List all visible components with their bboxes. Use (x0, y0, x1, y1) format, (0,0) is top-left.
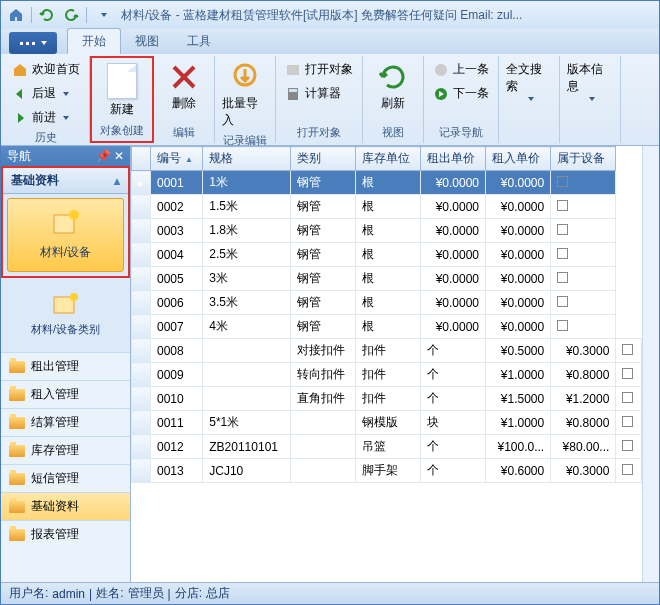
open-object-button: 打开对象 (280, 58, 358, 81)
svg-point-4 (435, 64, 447, 76)
search-button[interactable]: 全文搜索 (503, 58, 555, 104)
titlebar: 材料/设备 - 蓝格建材租赁管理软件[试用版本] 免费解答任何疑问 Email:… (1, 1, 659, 29)
home-button[interactable]: 欢迎首页 (7, 58, 85, 81)
table-row[interactable]: 0013JCJ10脚手架个¥0.6000¥0.3000 (132, 459, 642, 483)
nav-item-3[interactable]: 库存管理 (1, 436, 130, 464)
checkbox[interactable] (557, 296, 568, 307)
checkbox[interactable] (622, 392, 633, 403)
folder-icon (9, 445, 25, 457)
svg-point-9 (70, 293, 78, 301)
nav-section-basic[interactable]: 基础资料▴ (3, 168, 128, 194)
nav-card-material[interactable]: 材料/设备 (7, 198, 124, 272)
checkbox[interactable] (622, 344, 633, 355)
home-icon[interactable] (5, 5, 27, 25)
tab-view[interactable]: 视图 (121, 29, 173, 54)
checkbox[interactable] (557, 176, 568, 187)
calculator-button[interactable]: 计算器 (280, 82, 358, 105)
svg-rect-1 (287, 65, 299, 75)
nav-card-category[interactable]: 材料/设备类别 (5, 282, 126, 348)
table-row[interactable]: 0009转向扣件扣件个¥1.0000¥0.8000 (132, 363, 642, 387)
create-group-highlight: 新建 对象创建 (90, 56, 154, 143)
table-row[interactable]: ▸00011米钢管根¥0.0000¥0.0000 (132, 171, 642, 195)
checkbox[interactable] (557, 272, 568, 283)
pin-icon[interactable]: 📌 ✕ (96, 149, 124, 163)
table-row[interactable]: 00021.5米钢管根¥0.0000¥0.0000 (132, 195, 642, 219)
folder-icon (9, 417, 25, 429)
version-button[interactable]: 版本信息 (564, 58, 616, 104)
statusbar: 用户名:admin | 姓名:管理员 | 分店:总店 (1, 582, 659, 604)
table-row[interactable]: 00053米钢管根¥0.0000¥0.0000 (132, 267, 642, 291)
folder-icon (9, 473, 25, 485)
next-record-button[interactable]: 下一条 (428, 82, 494, 105)
svg-point-7 (69, 210, 79, 220)
col-header[interactable]: 租入单价 (486, 147, 551, 171)
col-header[interactable]: 类别 (290, 147, 355, 171)
vertical-scrollbar[interactable] (642, 146, 659, 582)
app-menu-button[interactable] (9, 32, 57, 54)
col-header[interactable]: 编号 (151, 147, 203, 171)
folder-icon (9, 361, 25, 373)
import-icon (229, 61, 261, 93)
folder-icon (9, 529, 25, 541)
refresh2-icon[interactable] (60, 5, 82, 25)
table-row[interactable]: 0008对接扣件扣件个¥0.5000¥0.3000 (132, 339, 642, 363)
checkbox[interactable] (557, 224, 568, 235)
col-header[interactable]: 租出单价 (420, 147, 485, 171)
nav-item-1[interactable]: 租入管理 (1, 380, 130, 408)
new-icon (107, 63, 137, 99)
checkbox[interactable] (557, 248, 568, 259)
table-row[interactable]: 00115*1米钢模版块¥1.0000¥0.8000 (132, 411, 642, 435)
nav-item-0[interactable]: 租出管理 (1, 352, 130, 380)
checkbox[interactable] (622, 368, 633, 379)
checkbox[interactable] (622, 440, 633, 451)
new-button[interactable]: 新建 (96, 60, 148, 121)
col-header[interactable]: 库存单位 (355, 147, 420, 171)
col-header[interactable]: 属于设备 (551, 147, 616, 171)
dropdown-icon[interactable] (91, 5, 113, 25)
refresh-icon (377, 61, 409, 93)
batch-import-button[interactable]: 批量导入 (219, 58, 271, 132)
ribbon: 欢迎首页 后退 前进 历史 新建 对象创建 删除 编辑 批量导入 记录编辑 打开… (1, 54, 659, 146)
nav-item-4[interactable]: 短信管理 (1, 464, 130, 492)
delete-button[interactable]: 删除 (158, 58, 210, 115)
nav-item-5[interactable]: 基础资料 (1, 492, 130, 520)
col-header[interactable]: 规格 (203, 147, 290, 171)
folder-icon (9, 389, 25, 401)
table-row[interactable]: 00031.8米钢管根¥0.0000¥0.0000 (132, 219, 642, 243)
refresh-button[interactable]: 刷新 (367, 58, 419, 115)
data-grid[interactable]: 编号规格类别库存单位租出单价租入单价属于设备 ▸00011米钢管根¥0.0000… (131, 146, 642, 582)
material-icon (50, 209, 82, 237)
table-row[interactable]: 0012ZB20110101吊篮个¥100.0...¥80.00... (132, 435, 642, 459)
checkbox[interactable] (557, 320, 568, 331)
back-button[interactable]: 后退 (7, 82, 85, 105)
table-row[interactable]: 00074米钢管根¥0.0000¥0.0000 (132, 315, 642, 339)
category-icon (50, 293, 82, 317)
nav-item-6[interactable]: 报表管理 (1, 520, 130, 548)
nav-item-2[interactable]: 结算管理 (1, 408, 130, 436)
window-title: 材料/设备 - 蓝格建材租赁管理软件[试用版本] 免费解答任何疑问 Email:… (121, 7, 522, 24)
nav-header: 导航 📌 ✕ (1, 146, 130, 166)
nav-panel: 导航 📌 ✕ 基础资料▴ 材料/设备 材料/设备类别 租出管理租入管理结算管理库… (1, 146, 131, 582)
tab-start[interactable]: 开始 (67, 28, 121, 54)
forward-button[interactable]: 前进 (7, 106, 85, 129)
table-row[interactable]: 0010直角扣件扣件个¥1.5000¥1.2000 (132, 387, 642, 411)
prev-record-button: 上一条 (428, 58, 494, 81)
folder-icon (9, 501, 25, 513)
ribbon-tabs: 开始 视图 工具 (1, 29, 659, 54)
refresh-icon[interactable] (36, 5, 58, 25)
checkbox[interactable] (557, 200, 568, 211)
delete-icon (168, 61, 200, 93)
table-row[interactable]: 00063.5米钢管根¥0.0000¥0.0000 (132, 291, 642, 315)
checkbox[interactable] (622, 416, 633, 427)
table-row[interactable]: 00042.5米钢管根¥0.0000¥0.0000 (132, 243, 642, 267)
checkbox[interactable] (622, 464, 633, 475)
svg-rect-3 (289, 89, 297, 92)
tab-tools[interactable]: 工具 (173, 29, 225, 54)
